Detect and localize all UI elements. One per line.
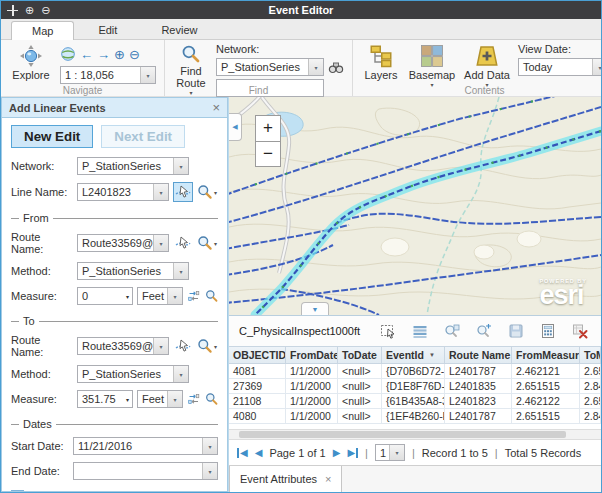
from-route-dropdown-icon[interactable]: ▾ [153,235,168,251]
line-zoom-icon [197,184,213,200]
basemap-button[interactable]: Basemap ▾ [408,43,456,88]
last-page-button[interactable]: ▶ [347,448,358,458]
start-date-combo[interactable]: 11/21/2016 ▾ [73,437,218,455]
table-row[interactable]: 40801/1/2000<null>{1EF4B260-F0L24017872.… [229,409,601,424]
explore-button[interactable]: Explore [9,43,53,81]
pan-to-selection-icon[interactable] [476,323,492,339]
find-network-combo[interactable]: P_StationSeries ▾ [216,58,324,76]
from-unit-combo[interactable]: Feet ▾ [137,287,183,305]
to-method-dropdown-icon[interactable]: ▾ [173,366,188,382]
map-scale-dropdown-icon[interactable]: ▾ [140,67,155,83]
line-name-combo[interactable]: L2401823 ▾ [77,183,169,201]
table-row[interactable]: 40811/1/2000<null>{D70B6D72-3L24017872.4… [229,364,601,379]
to-route-dropdown-icon[interactable]: ▾ [153,338,168,354]
table-row[interactable]: 211081/1/2000<null>{61B435A8-3L24018232.… [229,394,601,409]
from-unit-dropdown-icon[interactable]: ▾ [167,288,182,304]
panel-close-icon[interactable]: × [212,100,220,115]
map-zoom-in-button[interactable]: + [255,115,281,141]
new-edit-button[interactable]: New Edit [11,125,93,148]
from-measure-zoom-icon[interactable] [205,288,219,304]
from-method-dropdown-icon[interactable]: ▾ [173,263,188,279]
map-view[interactable]: + − ◀ ▼ POWERED BY esri [229,97,601,315]
from-route-name-combo[interactable]: Route33569@Cent ▾ [77,234,169,252]
find-network-value: P_StationSeries [217,61,308,73]
to-select-route-button[interactable] [173,336,193,356]
zoom-out-icon[interactable]: ⊖ [129,48,140,61]
to-measure-combo[interactable]: 351.75 ▾ [77,390,133,408]
view-date-dropdown-icon[interactable]: ▾ [592,59,602,75]
select-line-on-map-button[interactable] [173,182,193,202]
switch-to-list-icon[interactable] [412,323,428,339]
panel-network-value: P_StationSeries [78,160,173,172]
to-unit-combo[interactable]: Feet ▾ [137,390,183,408]
from-route-zoom-dropdown-icon[interactable]: ▾ [214,241,217,247]
find-network-dropdown-icon[interactable]: ▾ [308,59,323,75]
previous-page-button[interactable]: ◀ [255,448,263,458]
column-header-eventid[interactable]: EventId▼ [382,347,445,363]
save-edits-icon[interactable] [508,323,524,339]
to-measure-dropdown-icon[interactable]: ▾ [123,396,132,403]
field-calculator-icon[interactable] [540,323,556,339]
collapse-table-button[interactable]: ▼ [301,302,329,315]
page-select-combo[interactable]: 1 ▾ [375,444,405,461]
column-header-tomeasure[interactable]: ToMeasure [580,347,601,363]
full-extent-globe-icon[interactable] [60,46,76,62]
map-zoom-out-button[interactable]: − [255,141,281,167]
table-cell: 2.6515 [580,394,601,408]
delete-selected-icon[interactable] [572,323,588,339]
line-zoom-dropdown-icon[interactable]: ▾ [214,190,217,196]
map-scale-combo[interactable]: 1 : 18,056 ▾ [60,66,156,84]
previous-extent-icon[interactable]: ← [80,48,93,61]
tab-edit[interactable]: Edit [78,21,137,39]
column-header-fromdate[interactable]: FromDate [286,347,338,363]
end-date-combo[interactable]: ▾ [73,462,218,480]
add-data-button[interactable]: Add Data ▾ [463,43,511,88]
to-route-zoom-button[interactable]: ▾ [197,338,217,354]
column-header-todate[interactable]: ToDate [338,347,382,363]
tab-map[interactable]: Map [11,21,74,40]
from-method-value: P_StationSeries [78,265,173,277]
table-row[interactable]: 273691/1/2000<null>{D1E8F76D-FL24018352.… [229,379,601,394]
from-select-route-button[interactable] [173,233,193,253]
end-date-dropdown-icon[interactable]: ▾ [202,463,217,479]
from-measure-combo[interactable]: 0 ▾ [77,287,133,305]
from-measure-dropdown-icon[interactable]: ▾ [123,293,132,300]
line-zoom-button[interactable]: ▾ [197,184,217,200]
from-route-zoom-button[interactable]: ▾ [197,235,217,251]
zoom-in-icon[interactable]: ⊕ [114,48,125,61]
collapse-panel-left-button[interactable]: ◀ [229,113,242,141]
select-by-rectangle-icon[interactable] [380,323,396,339]
to-unit-dropdown-icon[interactable]: ▾ [167,391,182,407]
tab-close-icon[interactable]: × [325,473,331,485]
binoculars-icon[interactable] [328,59,344,75]
table-horizontal-scrollbar[interactable] [229,429,601,440]
zoom-to-selection-icon[interactable] [444,323,460,339]
tab-review[interactable]: Review [141,21,217,39]
from-measure-convert-icon[interactable] [187,288,201,304]
panel-network-combo[interactable]: P_StationSeries ▾ [77,157,189,175]
retire-overlaps-checkbox[interactable]: ✓ [11,490,24,492]
start-date-dropdown-icon[interactable]: ▾ [202,438,217,454]
panel-network-dropdown-icon[interactable]: ▾ [173,158,188,174]
from-method-combo[interactable]: P_StationSeries ▾ [77,262,189,280]
table-cell: 1/1/2000 [286,364,338,378]
view-date-combo[interactable]: Today ▾ [518,58,602,76]
page-select-dropdown-icon[interactable]: ▾ [389,445,404,460]
tab-event-attributes[interactable]: Event Attributes × [229,466,342,492]
scrollbar-thumb[interactable] [239,431,566,438]
next-extent-icon[interactable]: → [97,48,110,61]
to-measure-zoom-icon[interactable] [205,391,219,407]
line-name-dropdown-icon[interactable]: ▾ [153,184,168,200]
table-cell: 2.651515 [512,409,580,423]
layers-button[interactable]: Layers [361,43,401,81]
to-method-combo[interactable]: P_StationSeries ▾ [77,365,189,383]
to-route-name-combo[interactable]: Route33569@Cent ▾ [77,337,169,355]
to-route-zoom-dropdown-icon[interactable]: ▾ [214,344,217,350]
first-page-button[interactable]: ◀ [237,448,248,458]
retire-overlaps-option[interactable]: ✓ Retire overlaps [11,490,218,492]
column-header-objectid[interactable]: OBJECTID [229,347,286,363]
column-header-frommeasure[interactable]: FromMeasure [512,347,580,363]
column-header-routename[interactable]: Route Name [445,347,512,363]
next-page-button[interactable]: ▶ [333,448,341,458]
to-measure-convert-icon[interactable] [187,391,201,407]
